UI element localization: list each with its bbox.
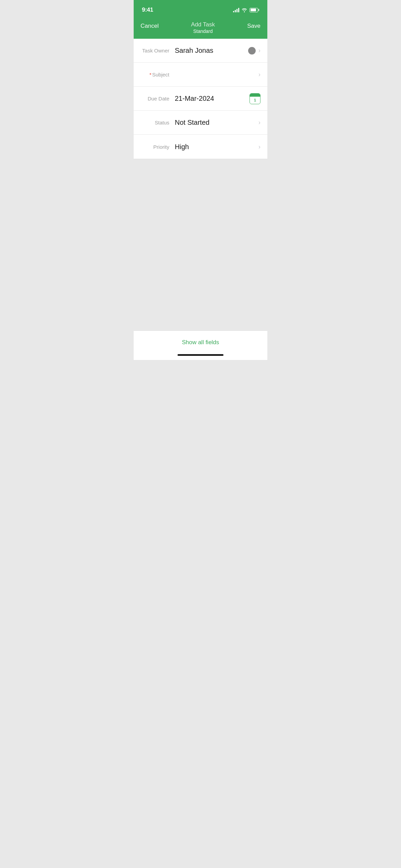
priority-value: High (175, 143, 256, 151)
task-owner-row[interactable]: Task Owner Sarah Jonas › (134, 39, 267, 63)
empty-area (134, 159, 267, 330)
status-time: 9:41 (142, 7, 153, 13)
calendar-icon[interactable]: 1 (250, 93, 260, 104)
due-date-row[interactable]: Due Date 21-Mar-2024 1 (134, 87, 267, 111)
due-date-value: 21-Mar-2024 (175, 95, 247, 103)
home-indicator (134, 351, 267, 360)
priority-row[interactable]: Priority High › (134, 135, 267, 159)
cancel-button[interactable]: Cancel (141, 21, 159, 31)
subject-row[interactable]: *Subject › (134, 63, 267, 87)
due-date-label: Due Date (141, 96, 175, 101)
bottom-bar: Show all fields (134, 330, 267, 351)
status-bar: 9:41 (134, 0, 267, 19)
home-bar (178, 354, 223, 356)
battery-icon (250, 8, 259, 12)
task-owner-chevron-icon: › (258, 47, 260, 54)
wifi-icon (241, 8, 247, 12)
subject-chevron-icon: › (258, 71, 260, 78)
priority-label: Priority (141, 144, 175, 150)
task-owner-label: Task Owner (141, 48, 175, 53)
status-label: Status (141, 120, 175, 125)
status-row[interactable]: Status Not Started › (134, 111, 267, 135)
nav-title-sub: Standard (159, 28, 247, 34)
required-asterisk: * (149, 72, 151, 77)
subject-label: *Subject (141, 72, 175, 77)
priority-chevron-icon: › (258, 143, 260, 150)
form-container: Task Owner Sarah Jonas › *Subject › Due … (134, 39, 267, 159)
nav-title-main: Add Task (159, 21, 247, 28)
nav-bar: Cancel Add Task Standard Save (134, 19, 267, 39)
avatar (248, 47, 256, 55)
show-all-fields-button[interactable]: Show all fields (141, 336, 260, 349)
signal-bars-icon (233, 8, 239, 12)
status-icons (233, 8, 259, 12)
nav-title: Add Task Standard (159, 21, 247, 34)
status-chevron-icon: › (258, 119, 260, 126)
task-owner-value: Sarah Jonas (175, 47, 245, 55)
status-value: Not Started (175, 119, 256, 126)
save-button[interactable]: Save (247, 21, 260, 31)
